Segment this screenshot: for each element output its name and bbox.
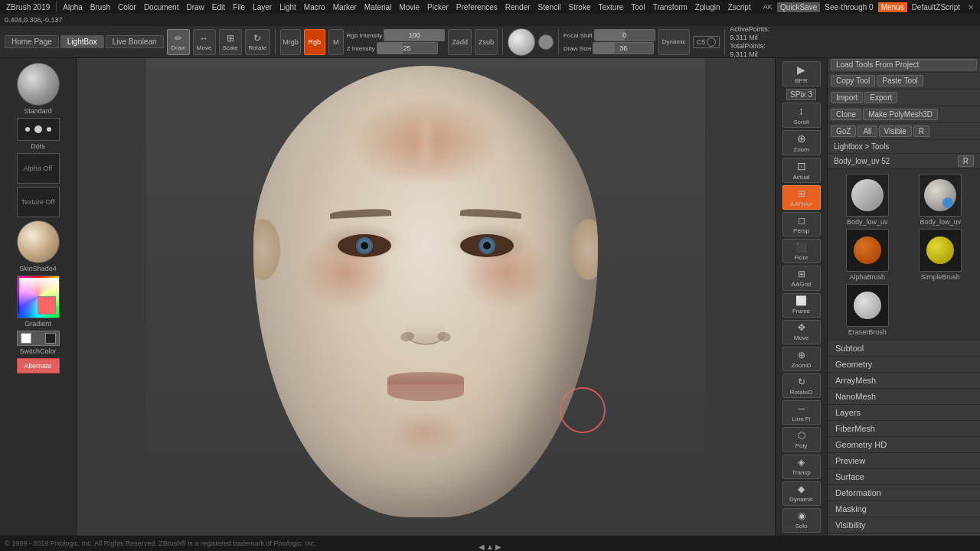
- aagrid-button[interactable]: ⊞ AAGrid: [782, 266, 821, 290]
- brush-item-eraserbrush[interactable]: EraserBrush: [832, 284, 903, 336]
- menu-draw[interactable]: Draw: [183, 2, 207, 12]
- section-fibermesh[interactable]: FiberMesh: [828, 421, 980, 437]
- focal-shift-slider[interactable]: Focal Shift 0: [564, 29, 655, 41]
- persp-button[interactable]: ◻ Persp: [782, 212, 821, 236]
- zoom-button[interactable]: ⊕ Zoom: [782, 130, 821, 155]
- move2-button[interactable]: ✥ Move: [782, 320, 821, 344]
- zoomd-button[interactable]: ⊕ ZoomD: [782, 347, 821, 371]
- app-title[interactable]: ZBrush 2019: [3, 2, 53, 12]
- scale-btn[interactable]: ⊞ Scale: [219, 29, 242, 55]
- focal-shift-track[interactable]: 0: [594, 29, 655, 41]
- menu-edit[interactable]: Edit: [209, 2, 228, 12]
- section-nanomesh[interactable]: NanoMesh: [828, 389, 980, 405]
- actual-button[interactable]: ⊡ Actual: [782, 158, 821, 183]
- all-btn[interactable]: All: [858, 126, 877, 137]
- zadd-btn[interactable]: Zadd: [448, 29, 472, 55]
- color-dot[interactable]: [538, 34, 554, 50]
- sphere-preview[interactable]: [508, 28, 535, 56]
- z-intensity-slider[interactable]: Z Intensity 25: [347, 42, 446, 54]
- menu-document[interactable]: Document: [141, 2, 182, 12]
- copy-tool-btn[interactable]: Copy Tool: [831, 75, 875, 86]
- switch-color-item[interactable]: SwitchColor: [17, 331, 60, 355]
- scroll-button[interactable]: ↕ Scroll: [782, 103, 821, 128]
- tab-live-boolean[interactable]: Live Boolean: [106, 35, 164, 48]
- section-preview[interactable]: Preview: [828, 453, 980, 469]
- menu-light[interactable]: Light: [276, 2, 299, 12]
- floor-button[interactable]: ⬛ Floor: [782, 239, 821, 263]
- tab-lightbox[interactable]: LightBox: [60, 35, 104, 48]
- r-btn[interactable]: R: [913, 126, 929, 137]
- section-subtool[interactable]: Subtool: [828, 341, 980, 357]
- alternate-bar[interactable]: Alternate: [17, 358, 60, 373]
- visible-btn[interactable]: Visible: [879, 126, 912, 137]
- make-polymesh-btn[interactable]: Make PolyMesh3D: [863, 109, 938, 120]
- section-visibility[interactable]: Visibility: [828, 517, 980, 533]
- brush-item-alphabrush[interactable]: AlphaBrush: [832, 229, 903, 281]
- color-item[interactable]: Gradient: [17, 276, 60, 328]
- draw-size-slider[interactable]: Draw Size 36: [564, 42, 655, 54]
- material-item[interactable]: SkinShade4: [17, 220, 60, 272]
- load-tools-from-project-btn[interactable]: Load Tools From Project: [831, 59, 977, 70]
- alternate-item[interactable]: Alternate: [17, 358, 60, 373]
- linefl-button[interactable]: ─ Line Fl: [782, 400, 821, 425]
- texture-item[interactable]: Texture Off: [17, 187, 60, 217]
- solo-button[interactable]: ◉ Solo: [782, 508, 821, 533]
- mrgb-btn[interactable]: Mrgb: [280, 29, 301, 55]
- menu-preferences[interactable]: Preferences: [453, 2, 501, 12]
- section-surface[interactable]: Surface: [828, 469, 980, 485]
- dynamic3-button[interactable]: ◆ Dynamic: [782, 481, 821, 506]
- color-swatch[interactable]: [17, 276, 60, 318]
- menu-alpha[interactable]: Alpha: [60, 2, 86, 12]
- import-btn[interactable]: Import: [831, 92, 863, 103]
- canvas-area[interactable]: [77, 58, 775, 536]
- quicksave-btn[interactable]: QuickSave: [777, 2, 820, 12]
- poly-button[interactable]: ⬡ Poly: [782, 427, 821, 452]
- default-zscript-btn[interactable]: DefaultZScript: [909, 2, 963, 12]
- menu-marker[interactable]: Marker: [330, 2, 360, 12]
- menu-texture[interactable]: Texture: [596, 2, 627, 12]
- m-btn[interactable]: M: [328, 29, 344, 55]
- brush-item-body-low[interactable]: Body_low_uv: [832, 174, 903, 226]
- rgb-intensity-slider[interactable]: Rgb Intensity 100: [347, 29, 446, 41]
- draw-size-track[interactable]: 36: [593, 42, 654, 54]
- menu-zscript[interactable]: Zscript: [725, 2, 754, 12]
- move-btn[interactable]: ↔ Move: [193, 29, 216, 55]
- nav-left-icon[interactable]: ◀: [479, 543, 485, 551]
- section-geometry[interactable]: Geometry: [828, 357, 980, 373]
- section-layers[interactable]: Layers: [828, 405, 980, 421]
- menu-stroke[interactable]: Stroke: [566, 2, 594, 12]
- menu-color[interactable]: Color: [115, 2, 139, 12]
- menu-tool[interactable]: Tool: [628, 2, 648, 12]
- bpr-button[interactable]: ▶ BPR: [782, 61, 821, 86]
- menu-file[interactable]: File: [230, 2, 248, 12]
- draw-mode-btn[interactable]: ✏ Draw: [167, 29, 190, 55]
- alpha-item[interactable]: Alpha Off: [17, 153, 60, 184]
- frame-button[interactable]: ⬜ Frame: [782, 293, 821, 318]
- section-deformation[interactable]: Deformation: [828, 485, 980, 501]
- menu-material[interactable]: Material: [361, 2, 395, 12]
- menu-brush[interactable]: Brush: [87, 2, 113, 12]
- section-geometry-hd[interactable]: Geometry HD: [828, 437, 980, 453]
- menu-picker[interactable]: Picker: [424, 2, 452, 12]
- z-intensity-track[interactable]: 25: [377, 42, 438, 54]
- rgb-btn[interactable]: Rgb: [304, 29, 325, 55]
- body-r-btn[interactable]: R: [958, 155, 974, 167]
- rotate-btn[interactable]: ↻ Rotate: [245, 29, 271, 55]
- close-icon[interactable]: ✕: [965, 3, 977, 11]
- aafloor-button[interactable]: ⊞ AAFloor: [782, 185, 821, 210]
- section-masking[interactable]: Masking: [828, 501, 980, 517]
- menu-transform[interactable]: Transform: [650, 2, 691, 12]
- brush-item-body-low2[interactable]: Body_low_uv: [906, 174, 976, 226]
- menu-movie[interactable]: Movie: [396, 2, 423, 12]
- see-through-btn[interactable]: See-through 0: [822, 2, 876, 12]
- brush-item-simplebrush[interactable]: SimpleBrush: [906, 229, 976, 281]
- brush-preview-item[interactable]: Standard: [17, 63, 60, 115]
- goz-btn[interactable]: GoZ: [831, 126, 856, 137]
- transp-button[interactable]: ◈ Transp: [782, 455, 821, 479]
- menu-layer[interactable]: Layer: [250, 2, 275, 12]
- clone-btn[interactable]: Clone: [831, 109, 861, 120]
- nav-up-icon[interactable]: ▲: [486, 543, 494, 551]
- dots-item[interactable]: Dots: [17, 118, 60, 150]
- dynamic-btn[interactable]: Dynamic: [658, 29, 690, 55]
- rotated-button[interactable]: ↻ RotateD: [782, 373, 821, 398]
